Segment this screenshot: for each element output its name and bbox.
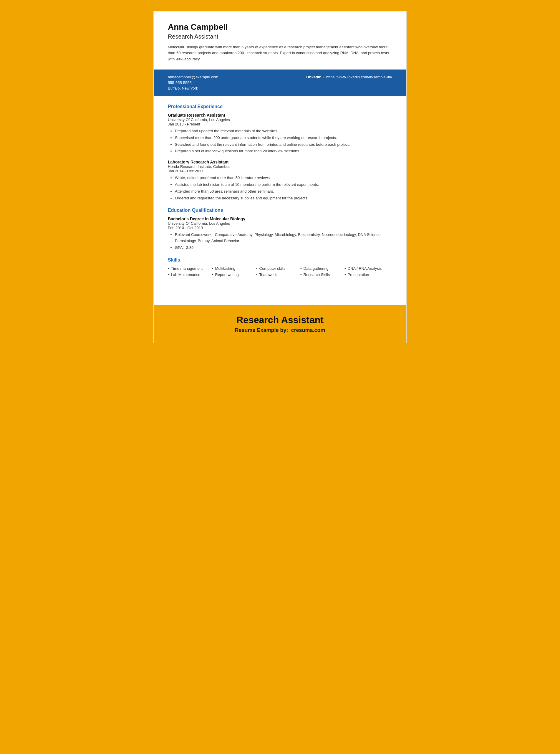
- linkedin-link[interactable]: https://www.linkedin.com/in/sample-url/: [326, 75, 392, 79]
- job-2-company: Honda Research Institute, Columbus: [168, 164, 392, 169]
- contact-left: annacampbell@example.com 555-555-5555 Bu…: [168, 75, 218, 91]
- skill-bullet: •: [300, 273, 302, 277]
- skill-label: Multitasking: [215, 266, 236, 271]
- job-2-title: Laboratory Research Assistant: [168, 160, 392, 164]
- skill-multitasking: • Multitasking: [212, 266, 250, 271]
- education-dates: Feb 2010 - Oct 2013: [168, 225, 392, 230]
- candidate-summary: Molecular Biology graduate with more tha…: [168, 44, 392, 62]
- resume-header: Anna Campbell Research Assistant Molecul…: [154, 12, 406, 70]
- linkedin-dash: -: [323, 75, 324, 79]
- job-2: Laboratory Research Assistant Honda Rese…: [168, 160, 392, 201]
- skill-bullet: •: [344, 273, 346, 277]
- education-bullets: Relevant Coursework:- Comparative Anatom…: [168, 232, 392, 251]
- skill-report-writing: • Report writing: [212, 273, 250, 277]
- skills-row-1: • Time management • Multitasking • Compu…: [168, 266, 392, 271]
- skill-bullet: •: [212, 273, 214, 277]
- job-2-bullets: Wrote, edited, proofread more than 50 li…: [168, 175, 392, 201]
- candidate-name: Anna Campbell: [168, 22, 392, 32]
- institution-name: University Of California, Los Angeles: [168, 221, 392, 225]
- skills-row-2: • Lab Maintenance • Report writing • Tea…: [168, 273, 392, 277]
- skill-data-gathering: • Data gathering: [300, 266, 339, 271]
- list-item: Assisted the lab technician team of 10 m…: [175, 182, 392, 188]
- skill-label: DNA / RNA Analysis: [348, 266, 382, 271]
- footer-brand: cresuma.com: [291, 327, 325, 333]
- skill-time-management: • Time management: [168, 266, 206, 271]
- skill-label: Report writing: [215, 273, 239, 277]
- job-1-title: Graduate Research Assistant: [168, 113, 392, 118]
- skill-label: Time management: [171, 266, 203, 271]
- skill-bullet: •: [256, 266, 258, 271]
- skill-label: Data gathering: [303, 266, 328, 271]
- skill-label: Presentation: [348, 273, 369, 277]
- skill-presentation: • Presentation: [344, 273, 383, 277]
- contact-bar: annacampbell@example.com 555-555-5555 Bu…: [154, 70, 406, 96]
- skills-title: Skills: [168, 257, 392, 263]
- skill-bullet: •: [168, 273, 169, 277]
- skill-research-skills: • Research Skills: [300, 273, 339, 277]
- contact-location: Buffalo, New York: [168, 86, 218, 91]
- resume-body: Professional Experience Graduate Researc…: [154, 96, 406, 293]
- degree-title: Bachelor's Degree In Molecular Biology: [168, 217, 392, 221]
- page-wrapper: Anna Campbell Research Assistant Molecul…: [6, 6, 554, 349]
- skill-label: Research Skills: [303, 273, 330, 277]
- list-item: Prepared a set of interview questions fo…: [175, 148, 392, 154]
- skill-dna-rna: • DNA / RNA Analysis: [344, 266, 383, 271]
- job-1-dates: Jan 2018 - Present: [168, 122, 392, 126]
- resume-container: Anna Campbell Research Assistant Molecul…: [154, 11, 406, 343]
- list-item: Wrote, edited, proofread more than 50 li…: [175, 175, 392, 181]
- list-item: Prepared and updated the relevant materi…: [175, 128, 392, 134]
- list-item: Searched and found out the relevant info…: [175, 142, 392, 148]
- footer-subtitle: Resume Example by: cresuma.com: [160, 327, 400, 333]
- skill-bullet: •: [168, 266, 169, 271]
- linkedin-label: LinkedIn: [306, 75, 321, 79]
- contact-email: annacampbell@example.com: [168, 75, 218, 79]
- education-section: Education Qualifications Bachelor's Degr…: [168, 207, 392, 251]
- experience-section: Professional Experience Graduate Researc…: [168, 104, 392, 201]
- footer-title: Research Assistant: [160, 315, 400, 325]
- experience-title: Professional Experience: [168, 104, 392, 109]
- list-item: Attended more than 50 area seminars and …: [175, 188, 392, 195]
- list-item: Relevant Coursework:- Comparative Anatom…: [175, 232, 392, 244]
- footer-banner: Research Assistant Resume Example by: cr…: [154, 305, 406, 343]
- footer-subtitle-prefix: Resume Example by:: [235, 327, 288, 333]
- skill-lab-maintenance: • Lab Maintenance: [168, 273, 206, 277]
- list-item: Ordered and requested the necessary supp…: [175, 195, 392, 201]
- education-title: Education Qualifications: [168, 207, 392, 213]
- candidate-job-title: Research Assistant: [168, 33, 392, 40]
- list-item: GPA:- 3.89: [175, 245, 392, 251]
- job-1-bullets: Prepared and updated the relevant materi…: [168, 128, 392, 154]
- skills-grid: • Time management • Multitasking • Compu…: [168, 266, 392, 279]
- skills-section: Skills • Time management • Multitasking …: [168, 257, 392, 279]
- job-1: Graduate Research Assistant University O…: [168, 113, 392, 154]
- contact-phone: 555-555-5555: [168, 80, 218, 85]
- skill-teamwork: • Teamwork: [256, 273, 295, 277]
- skill-label: Computer skills: [259, 266, 286, 271]
- skill-label: Teamwork: [259, 273, 277, 277]
- skill-bullet: •: [344, 266, 346, 271]
- skill-computer-skills: • Computer skills: [256, 266, 295, 271]
- job-2-dates: Jan 2014 - Dec 2017: [168, 169, 392, 173]
- skill-bullet: •: [212, 266, 214, 271]
- education-1: Bachelor's Degree In Molecular Biology U…: [168, 217, 392, 251]
- contact-right: LinkedIn - https://www.linkedin.com/in/s…: [306, 75, 392, 79]
- list-item: Supervised more than 200 undergraduate s…: [175, 135, 392, 141]
- job-1-company: University Of California, Los Angeles: [168, 118, 392, 122]
- skill-bullet: •: [300, 266, 302, 271]
- skill-label: Lab Maintenance: [171, 273, 200, 277]
- skill-bullet: •: [256, 273, 258, 277]
